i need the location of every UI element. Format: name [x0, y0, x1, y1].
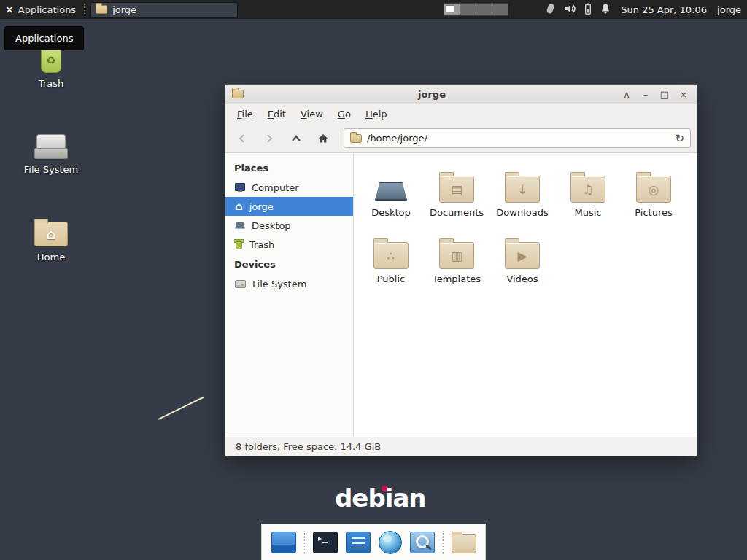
file-manager-icon[interactable] [346, 532, 371, 553]
file-label: Desktop [371, 207, 411, 218]
user-menu[interactable]: jorge [717, 4, 741, 15]
sidebar-item-label: jorge [249, 201, 274, 212]
menu-go[interactable]: Go [330, 106, 358, 122]
home-button[interactable] [312, 128, 334, 149]
file-label: Videos [506, 273, 538, 284]
workspace-2[interactable] [460, 3, 476, 16]
file-manager-window: jorge ∧ – □ × File Edit View Go Help /ho… [225, 84, 697, 456]
home-icon: ⌂ [235, 201, 243, 212]
mouse-icon[interactable] [545, 3, 556, 17]
home-folder-icon: ⌂ [19, 213, 83, 246]
desktop-folder-icon [375, 163, 407, 203]
file-item-public[interactable]: ∴ Public [358, 230, 424, 284]
menu-file[interactable]: File [230, 106, 260, 122]
debian-text: debian [335, 483, 426, 513]
sidebar-item-jorge[interactable]: ⌂ jorge [225, 197, 353, 216]
sidebar-item-trash[interactable]: Trash [225, 235, 353, 254]
window-titlebar[interactable]: jorge ∧ – □ × [225, 85, 697, 104]
drive-icon [235, 280, 246, 288]
window-title: jorge [249, 89, 614, 100]
web-browser-icon[interactable] [379, 531, 402, 554]
statusbar: 8 folders, Free space: 14.4 GiB [225, 437, 697, 456]
dock-handle [443, 531, 444, 554]
maximize-button[interactable]: □ [658, 89, 671, 100]
folder-icon [96, 5, 107, 14]
camera-emblem-icon: ◎ [637, 176, 670, 202]
folder-icon[interactable] [452, 534, 476, 553]
applications-menu-button[interactable]: × Applications [0, 0, 82, 19]
debian-swirl-dot [382, 486, 387, 491]
system-tray [545, 3, 611, 17]
documents-folder-icon: ▤ [439, 163, 474, 203]
cursor-trail-line [158, 396, 205, 419]
desktop-settings-icon[interactable] [271, 532, 296, 553]
path-value: /home/jorge/ [367, 133, 670, 144]
panel-handle[interactable] [84, 4, 85, 15]
music-folder-icon: ♫ [570, 163, 605, 203]
clock[interactable]: Sun 25 Apr, 10:06 [621, 4, 707, 15]
drive-icon [19, 125, 83, 159]
sidebar-item-label: Computer [252, 182, 299, 193]
app-finder-icon[interactable] [410, 532, 435, 553]
file-item-videos[interactable]: ▶ Videos [489, 230, 555, 284]
volume-icon[interactable] [564, 3, 576, 17]
taskbar-window-label: jorge [112, 4, 136, 15]
computer-icon [235, 183, 245, 192]
menu-edit[interactable]: Edit [260, 106, 293, 122]
file-item-music[interactable]: ♫ Music [555, 163, 621, 218]
workspace-4[interactable] [492, 3, 508, 16]
document-emblem-icon: ▤ [440, 176, 473, 202]
sidebar-item-label: Trash [249, 239, 274, 250]
battery-icon[interactable] [584, 3, 592, 17]
status-text: 8 folders, Free space: 14.4 GiB [236, 441, 381, 452]
file-item-desktop[interactable]: Desktop [358, 163, 424, 218]
applications-tooltip: Applications [4, 26, 84, 50]
sidebar-item-label: Desktop [252, 220, 291, 231]
sidebar-item-label: File System [252, 279, 306, 289]
file-item-documents[interactable]: ▤ Documents [424, 163, 489, 218]
debian-wordmark: debian [335, 485, 426, 512]
window-controls: ∧ – □ × [620, 89, 690, 100]
bell-icon[interactable] [600, 3, 611, 17]
up-button[interactable] [285, 128, 307, 149]
back-button[interactable] [231, 128, 253, 149]
download-arrow-emblem-icon: ↓ [506, 176, 539, 202]
shade-button[interactable]: ∧ [620, 89, 633, 100]
menu-help[interactable]: Help [358, 106, 395, 122]
path-input[interactable]: /home/jorge/ ↻ [344, 128, 691, 148]
sidebar-item-file-system[interactable]: File System [225, 274, 353, 293]
dock-panel [261, 524, 486, 560]
desktop-icon-home[interactable]: ⌂ Home [19, 213, 83, 262]
file-item-downloads[interactable]: ↓ Downloads [489, 163, 555, 218]
forward-button[interactable] [258, 128, 280, 149]
sidebar-item-computer[interactable]: Computer [225, 178, 353, 197]
close-button[interactable]: × [677, 89, 690, 100]
file-label: Music [575, 207, 602, 218]
applications-menu-label: Applications [18, 4, 76, 15]
file-item-pictures[interactable]: ◎ Pictures [621, 163, 686, 218]
workspace-3[interactable] [476, 3, 492, 16]
house-icon: ⌂ [35, 222, 67, 246]
sidebar-item-desktop[interactable]: Desktop [225, 216, 353, 235]
menubar: File Edit View Go Help [225, 104, 697, 124]
folder-icon [350, 134, 362, 143]
menu-view[interactable]: View [293, 106, 330, 122]
refresh-icon[interactable]: ↻ [675, 132, 684, 145]
desktop-icon-file-system[interactable]: File System [19, 125, 83, 175]
desktop-icon-label: Trash [19, 78, 83, 89]
taskbar-window-button[interactable]: jorge [90, 2, 238, 18]
workspace-1[interactable] [444, 3, 460, 16]
file-label: Templates [433, 273, 481, 284]
file-label: Downloads [496, 207, 548, 218]
panel-right-area: Sun 25 Apr, 10:06 jorge [444, 3, 747, 17]
share-emblem-icon: ∴ [374, 243, 408, 268]
file-item-templates[interactable]: ▥ Templates [424, 230, 489, 284]
devices-header: Devices [225, 254, 353, 274]
minimize-button[interactable]: – [639, 89, 652, 100]
file-label: Documents [430, 207, 484, 218]
terminal-icon[interactable] [313, 532, 338, 553]
file-label: Public [377, 273, 405, 284]
downloads-folder-icon: ↓ [505, 163, 540, 203]
sidebar: Places Computer ⌂ jorge Desktop Trash De… [225, 153, 354, 437]
desktop-icon-label: Home [19, 252, 83, 262]
